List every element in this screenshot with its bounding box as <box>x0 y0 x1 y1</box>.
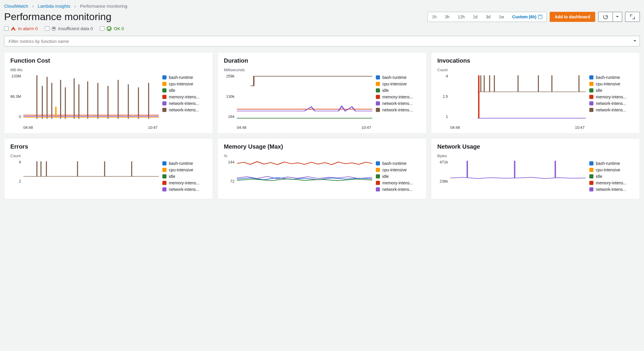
legend-item[interactable]: memory-intens... <box>376 95 420 99</box>
refresh-dropdown-button[interactable] <box>613 12 622 22</box>
legend-swatch <box>589 75 593 79</box>
legend-item[interactable]: cpu-intensive <box>162 168 207 172</box>
fullscreen-button[interactable] <box>625 12 640 22</box>
legend-item[interactable]: idle <box>162 174 207 179</box>
legend-item[interactable]: bash-runtime <box>162 161 207 166</box>
calendar-icon <box>538 15 542 19</box>
time-range-3d[interactable]: 3d <box>482 12 495 22</box>
time-range-1w[interactable]: 1w <box>495 12 508 22</box>
time-range-1h[interactable]: 1h <box>428 12 441 22</box>
legend-item[interactable]: idle <box>589 88 634 93</box>
y-tick: 133M <box>10 74 21 78</box>
legend-swatch <box>376 101 380 105</box>
legend-label: bash-runtime <box>596 75 620 80</box>
breadcrumb-section[interactable]: Lambda Insights <box>38 4 70 9</box>
legend-item[interactable]: network-intens... <box>589 108 634 112</box>
caret-down-icon <box>633 40 636 43</box>
legend-label: network-intens... <box>169 187 199 192</box>
y-tick: 72 <box>224 179 234 183</box>
legend-item[interactable]: network-intens... <box>162 101 207 106</box>
legend-item[interactable]: bash-runtime <box>376 161 420 166</box>
status-insufficient-label: Insufficient data 0 <box>58 26 93 31</box>
card-title: Function Cost <box>10 57 207 64</box>
legend-label: memory-intens... <box>169 181 200 185</box>
legend-label: idle <box>596 174 602 179</box>
checkbox-ok[interactable] <box>100 26 104 31</box>
filter-input[interactable] <box>4 36 640 46</box>
legend-label: cpu-intensive <box>596 168 620 172</box>
time-range-custom[interactable]: Custom (6h) <box>508 12 547 22</box>
chart-legend: bash-runtimecpu-intensiveidlememory-inte… <box>589 74 634 130</box>
card-unit: Count <box>437 68 634 72</box>
legend-item[interactable]: memory-intens... <box>376 181 420 185</box>
legend-item[interactable]: network-intens... <box>376 187 420 192</box>
card-errors: Errors Count 4 2 <box>4 138 213 199</box>
legend-swatch <box>162 95 166 99</box>
legend-swatch <box>162 88 166 92</box>
chart-legend: bash-runtimecpu-intensiveidlememory-inte… <box>376 74 420 130</box>
legend-item[interactable]: cpu-intensive <box>589 82 634 86</box>
caret-down-icon <box>616 16 619 19</box>
legend-item[interactable]: idle <box>376 88 420 93</box>
legend-label: network-intens... <box>169 108 199 112</box>
legend-label: idle <box>169 174 175 179</box>
breadcrumb-root[interactable]: CloudWatch <box>4 4 28 9</box>
legend-label: memory-intens... <box>382 181 413 185</box>
legend-item[interactable]: bash-runtime <box>589 161 634 166</box>
legend-item[interactable]: network-intens... <box>376 101 420 106</box>
legend-item[interactable]: network-intens... <box>589 187 634 192</box>
legend-item[interactable]: memory-intens... <box>589 95 634 99</box>
y-tick: 1 <box>437 114 448 119</box>
x-tick: 04:48 <box>450 125 460 130</box>
card-duration: Duration Milliseconds 259k 130k 164 <box>218 52 426 134</box>
add-to-dashboard-button[interactable]: Add to dashboard <box>550 12 595 22</box>
y-axis: 259k 130k 164 <box>224 74 236 119</box>
header-controls: 1h 3h 12h 1d 3d 1w Custom (6h) Add to da… <box>428 12 640 22</box>
chevron-right-icon: › <box>32 4 34 9</box>
legend-item[interactable]: cpu-intensive <box>376 168 420 172</box>
legend-swatch <box>162 101 166 105</box>
legend-item[interactable]: cpu-intensive <box>589 168 634 172</box>
legend-item[interactable]: network-intens... <box>589 101 634 106</box>
legend-swatch <box>376 82 380 86</box>
refresh-button-group <box>598 12 622 22</box>
legend-swatch <box>162 187 166 191</box>
legend-item[interactable]: idle <box>376 174 420 179</box>
legend-item[interactable]: memory-intens... <box>162 95 207 99</box>
time-range-1d[interactable]: 1d <box>469 12 482 22</box>
legend-item[interactable]: cpu-intensive <box>162 82 207 86</box>
legend-item[interactable]: network-intens... <box>376 108 420 112</box>
legend-label: cpu-intensive <box>596 82 620 86</box>
chart-plot <box>450 160 586 190</box>
legend-swatch <box>589 187 593 191</box>
chart-legend: bash-runtimecpu-intensiveidlememory-inte… <box>162 74 207 130</box>
legend-item[interactable]: network-intens... <box>162 187 207 192</box>
y-tick: 2.5 <box>437 94 448 99</box>
legend-label: memory-intens... <box>382 95 413 99</box>
legend-swatch <box>376 108 380 112</box>
legend-item[interactable]: bash-runtime <box>589 75 634 80</box>
legend-item[interactable]: network-intens... <box>162 108 207 112</box>
checkbox-insufficient[interactable] <box>45 26 49 31</box>
x-tick: 10:47 <box>575 125 585 130</box>
legend-item[interactable]: idle <box>162 88 207 93</box>
breadcrumb: CloudWatch › Lambda Insights › Performan… <box>4 4 640 9</box>
legend-item[interactable]: cpu-intensive <box>376 82 420 86</box>
refresh-button[interactable] <box>598 12 613 22</box>
checkbox-in-alarm[interactable] <box>4 26 9 31</box>
y-axis: 4 2 <box>10 160 22 190</box>
legend-item[interactable]: memory-intens... <box>162 181 207 185</box>
y-tick: 2 <box>10 179 21 183</box>
status-in-alarm: In alarm 0 <box>4 25 38 32</box>
legend-item[interactable]: bash-runtime <box>376 75 420 80</box>
legend-swatch <box>162 108 166 112</box>
time-range-12h[interactable]: 12h <box>454 12 469 22</box>
legend-item[interactable]: bash-runtime <box>162 75 207 80</box>
legend-item[interactable]: idle <box>589 174 634 179</box>
legend-item[interactable]: memory-intens... <box>589 181 634 185</box>
legend-label: network-intens... <box>382 101 413 106</box>
chart-legend: bash-runtimecpu-intensiveidlememory-inte… <box>589 160 634 195</box>
time-range-3h[interactable]: 3h <box>441 12 454 22</box>
legend-swatch <box>162 161 166 165</box>
card-title: Memory Usage (Max) <box>224 143 420 150</box>
